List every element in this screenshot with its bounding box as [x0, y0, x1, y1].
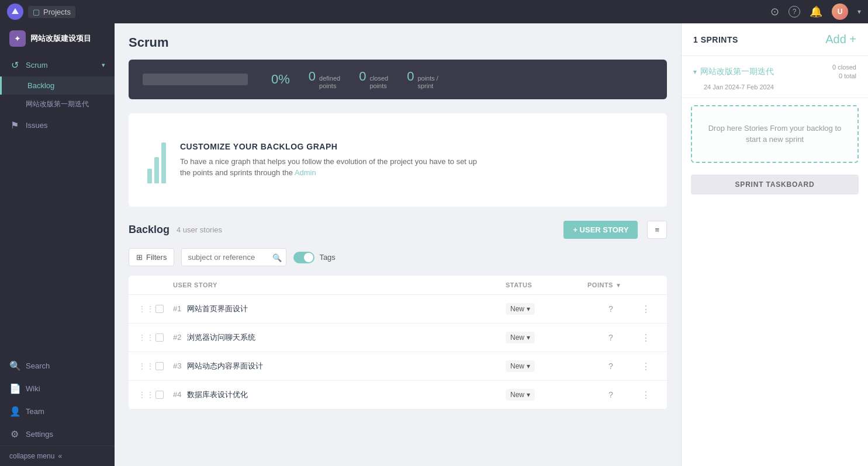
sprint-collapse-icon[interactable]: ▾ [693, 68, 697, 76]
sprint-stats: 0 closed 0 total [832, 63, 856, 81]
more-button-2[interactable]: ⋮ [634, 332, 658, 343]
sidebar-item-settings[interactable]: ⚙ Settings [0, 423, 115, 446]
search-input[interactable] [181, 248, 286, 266]
points-filter-icon[interactable]: ▼ [615, 282, 621, 288]
story-title-3[interactable]: #3 网站动态内容界面设计 [173, 361, 506, 371]
filters-label: Filters [146, 253, 167, 262]
topbar: ▢ Projects ⊙ ? 🔔 U ▾ [0, 0, 868, 23]
sprint-name[interactable]: 网站改版第一期迭代 [700, 67, 829, 77]
sidebar-item-team[interactable]: 👤 Team [0, 400, 115, 423]
sidebar-project-header[interactable]: ✦ 网站改版建设项目 [0, 23, 115, 54]
search-label: Search [26, 361, 50, 370]
drop-zone[interactable]: Drop here Stories From your backlog to s… [691, 105, 859, 163]
story-title-1[interactable]: #1 网站首页界面设计 [173, 304, 506, 314]
tags-label: Tags [319, 253, 335, 262]
table-row: ⋮⋮ #4 数据库表设计优化 New ▾ ? ⋮ [129, 381, 667, 409]
table-row: ⋮⋮ #3 网站动态内容界面设计 New ▾ ? ⋮ [129, 352, 667, 381]
tags-toggle[interactable] [293, 252, 314, 263]
graph-bar-1 [147, 169, 152, 183]
project-name: 网站改版建设项目 [30, 33, 91, 44]
filter-row: ⊞ Filters 🔍 Tags [129, 248, 667, 266]
settings-icon: ⚙ [9, 429, 20, 440]
circle-icon[interactable]: ⊙ [770, 5, 779, 18]
points-value: 0 [407, 69, 414, 84]
backlog-table: USER STORY STATUS POINTS ▼ ⋮⋮ #1 网站首页界面设… [129, 276, 667, 409]
app-logo [7, 4, 23, 20]
story-status-3[interactable]: New ▾ [506, 360, 587, 372]
admin-link[interactable]: Admin [295, 168, 316, 177]
closed-points-stat: 0 closedpoints [359, 69, 388, 90]
checkbox-2[interactable] [155, 333, 164, 342]
collapse-label: collapse menu [9, 452, 54, 460]
drag-handle-2[interactable]: ⋮⋮ [138, 333, 155, 342]
scrum-icon: ↺ [9, 60, 20, 71]
sprint-taskboard-button[interactable]: SPRINT TASKBOARD [691, 175, 859, 194]
story-status-4[interactable]: New ▾ [506, 389, 587, 401]
more-button-1[interactable]: ⋮ [634, 304, 658, 315]
sprint-item-row: ▾ 网站改版第一期迭代 0 closed 0 total 24 Jan 2024… [682, 56, 868, 98]
settings-label: Settings [26, 430, 53, 439]
projects-button[interactable]: ▢ Projects [28, 6, 75, 18]
story-status-1[interactable]: New ▾ [506, 303, 587, 315]
tags-toggle-wrap: Tags [293, 252, 335, 263]
svg-marker-0 [12, 8, 19, 14]
scrum-label: Scrum [26, 61, 48, 69]
defined-label: definedpoints [319, 75, 340, 90]
story-title-2[interactable]: #2 浏览器访问聊天系统 [173, 332, 506, 343]
sprint-label: 网站改版第一期迭代 [26, 100, 89, 108]
help-icon[interactable]: ? [789, 6, 800, 18]
collapse-menu-button[interactable]: collapse menu « [0, 446, 115, 466]
sidebar-item-sprint[interactable]: 网站改版第一期迭代 [0, 95, 115, 114]
sidebar-item-issues[interactable]: ⚑ Issues [0, 114, 115, 137]
bulk-actions-button[interactable]: ≡ [647, 221, 667, 239]
backlog-title: Backlog [129, 224, 170, 236]
graph-bars [147, 137, 166, 183]
user-avatar[interactable]: U [832, 4, 848, 20]
story-title-4[interactable]: #4 数据库表设计优化 [173, 390, 506, 400]
drag-handle-4[interactable]: ⋮⋮ [138, 390, 155, 399]
sidebar-item-backlog[interactable]: Backlog [0, 76, 115, 95]
more-button-4[interactable]: ⋮ [634, 390, 658, 401]
issues-label: Issues [26, 121, 48, 130]
checkbox-1[interactable] [155, 305, 164, 313]
backlog-label: Backlog [27, 81, 54, 90]
add-sprint-button[interactable]: Add + [825, 33, 856, 46]
sidebar-item-wiki[interactable]: 📄 Wiki [0, 377, 115, 400]
checkbox-4[interactable] [155, 391, 164, 399]
table-row: ⋮⋮ #2 浏览器访问聊天系统 New ▾ ? ⋮ [129, 324, 667, 352]
drag-handle-1[interactable]: ⋮⋮ [138, 304, 155, 314]
progress-percent: 0% [271, 72, 290, 87]
filters-button[interactable]: ⊞ Filters [129, 248, 174, 266]
sprint-item-header: ▾ 网站改版第一期迭代 0 closed 0 total [693, 63, 856, 81]
folder-icon: ▢ [33, 8, 40, 16]
right-panel: 1 SPRINTS Add + ▾ 网站改版第一期迭代 0 closed 0 t… [681, 23, 868, 466]
add-story-button[interactable]: + USER STORY [563, 221, 638, 239]
sidebar-item-scrum[interactable]: ↺ Scrum ▾ [0, 54, 115, 76]
closed-value: 0 [359, 69, 366, 84]
story-points-1: ? [587, 304, 634, 314]
sidebar-bottom-nav: 🔍 Search 📄 Wiki 👤 Team ⚙ Settings [0, 354, 115, 446]
drag-handle-3[interactable]: ⋮⋮ [138, 361, 155, 371]
backlog-count: 4 user stories [177, 225, 222, 234]
bulk-icon: ≡ [655, 225, 659, 234]
content-area: Scrum 0% 0 definedpoints 0 closedpoints … [115, 23, 868, 466]
sprint-dates: 24 Jan 2024-7 Feb 2024 [704, 84, 856, 91]
checkbox-3[interactable] [155, 362, 164, 370]
sidebar-item-search[interactable]: 🔍 Search [0, 354, 115, 377]
drop-zone-text: Drop here Stories From your backlog to s… [708, 124, 842, 144]
more-button-3[interactable]: ⋮ [634, 361, 658, 372]
story-points-2: ? [587, 333, 634, 342]
story-status-2[interactable]: New ▾ [506, 332, 587, 343]
wiki-label: Wiki [26, 384, 40, 393]
graph-text: CUSTOMIZE YOUR BACKLOG GRAPH To have a n… [180, 142, 477, 179]
points-per-sprint-stat: 0 points /sprint [407, 69, 438, 90]
backlog-header: Backlog 4 user stories + USER STORY ≡ [129, 221, 667, 239]
status-chevron-2: ▾ [527, 333, 530, 342]
filter-icon: ⊞ [136, 253, 143, 262]
user-menu-chevron[interactable]: ▾ [857, 8, 861, 16]
issues-icon: ⚑ [9, 120, 20, 131]
toggle-thumb [304, 253, 313, 262]
stats-bar: 0% 0 definedpoints 0 closedpoints 0 poin… [129, 60, 667, 99]
bell-icon[interactable]: 🔔 [810, 5, 822, 18]
main-content: Scrum 0% 0 definedpoints 0 closedpoints … [115, 23, 681, 466]
